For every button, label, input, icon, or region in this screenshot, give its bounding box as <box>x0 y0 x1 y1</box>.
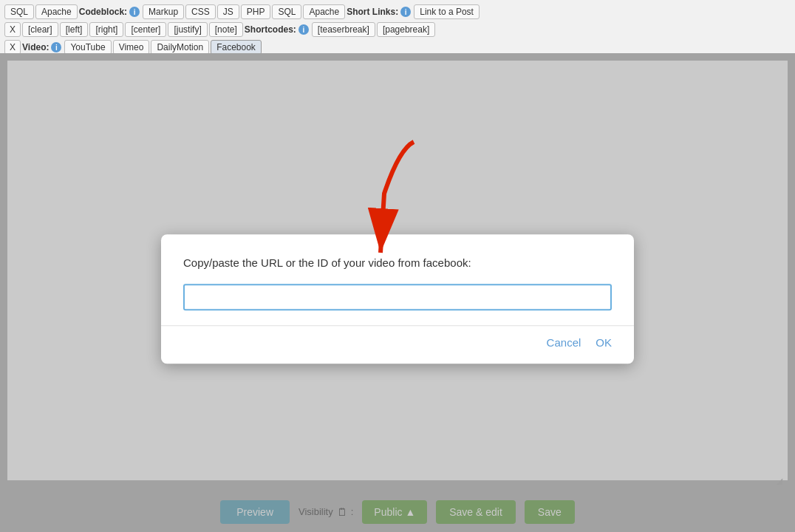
toolbar-row-1: SQL Apache Codeblock: i Markup CSS JS PH… <box>4 3 791 21</box>
js-btn[interactable]: JS <box>217 4 239 19</box>
facebook-btn[interactable]: Facebook <box>211 40 262 55</box>
x-btn-row3[interactable]: X <box>4 40 21 55</box>
shortcodes-info-icon[interactable]: i <box>298 24 309 35</box>
markup-btn[interactable]: Markup <box>143 4 184 19</box>
right-btn[interactable]: [right] <box>89 22 123 37</box>
toolbar-row-2: X [clear] [left] [right] [center] [justi… <box>4 21 791 38</box>
dailymotion-btn[interactable]: DailyMotion <box>151 40 209 55</box>
video-info-icon[interactable]: i <box>51 42 61 52</box>
sql-btn-2[interactable]: SQL <box>272 4 301 19</box>
dialog-buttons: Cancel OK <box>183 326 612 349</box>
pagebreak-btn[interactable]: [pagebreak] <box>377 22 435 37</box>
apache-btn-1[interactable]: Apache <box>35 4 78 19</box>
justify-btn[interactable]: [justify] <box>168 22 207 37</box>
shortcodes-label: Shortcodes: i <box>245 24 309 35</box>
x-btn-row2[interactable]: X <box>4 22 21 37</box>
editor-area: ◢ Preview Visibility 🗒 : Public ▲ Save &… <box>0 53 795 532</box>
shortlinks-label: Short Links: i <box>347 7 411 17</box>
dialog-input[interactable] <box>183 284 612 310</box>
youtube-btn[interactable]: YouTube <box>64 40 111 55</box>
css-btn[interactable]: CSS <box>185 4 216 19</box>
clear-btn[interactable]: [clear] <box>22 22 58 37</box>
codeblock-info-icon[interactable]: i <box>129 7 140 17</box>
dialog: Copy/paste the URL or the ID of your vid… <box>161 234 634 364</box>
note-btn[interactable]: [note] <box>209 22 243 37</box>
dialog-message: Copy/paste the URL or the ID of your vid… <box>183 256 612 269</box>
shortlinks-info-icon[interactable]: i <box>400 7 411 17</box>
codeblock-label: Codeblock: i <box>79 7 140 17</box>
link-to-post-btn[interactable]: Link to a Post <box>414 4 480 19</box>
teaserbreak-btn[interactable]: [teaserbreak] <box>312 22 375 37</box>
toolbar-area: SQL Apache Codeblock: i Markup CSS JS PH… <box>0 0 795 60</box>
ok-button[interactable]: OK <box>596 336 612 349</box>
center-btn[interactable]: [center] <box>125 22 166 37</box>
cancel-button[interactable]: Cancel <box>547 336 581 349</box>
vimeo-btn[interactable]: Vimeo <box>113 40 150 55</box>
php-btn[interactable]: PHP <box>241 4 271 19</box>
left-btn[interactable]: [left] <box>60 22 89 37</box>
apache-btn-2[interactable]: Apache <box>303 4 345 19</box>
sql-btn-1[interactable]: SQL <box>4 4 34 19</box>
video-label: Video: i <box>22 42 61 52</box>
